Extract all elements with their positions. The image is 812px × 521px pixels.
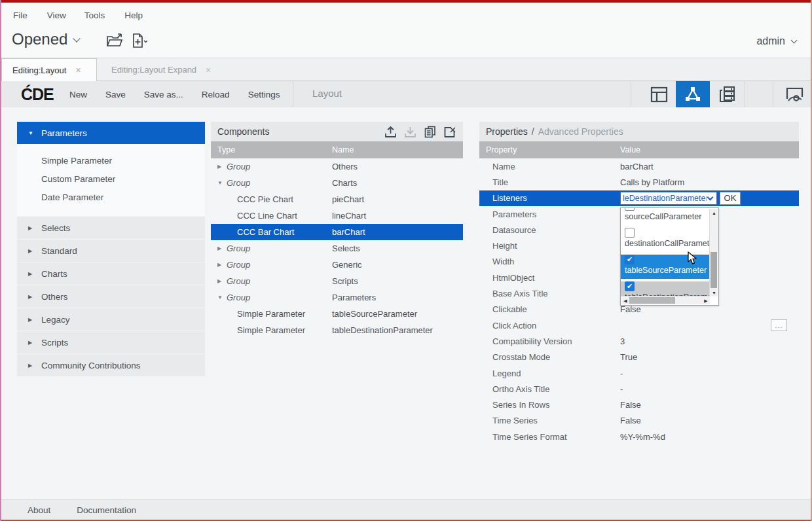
- move-up-button[interactable]: [384, 125, 397, 139]
- scroll-down-icon[interactable]: ▼: [710, 289, 718, 296]
- layout-panel-icon: [650, 86, 668, 103]
- component-row-pie-chart[interactable]: CCC Pie Chart pieChart: [211, 191, 463, 207]
- accordion-section-parameters[interactable]: ▼ Parameters: [17, 122, 205, 144]
- properties-tab[interactable]: Properties: [486, 126, 528, 137]
- property-row-click-action[interactable]: Click Action ...: [479, 317, 799, 333]
- caret-right-icon: ▶: [217, 262, 227, 268]
- datasources-view-button[interactable]: [710, 81, 745, 107]
- component-row-group-parameters[interactable]: ▼Group Parameters: [211, 289, 463, 306]
- properties-panel-header: Properties / Advanced Properties: [479, 122, 799, 141]
- checkbox-checked[interactable]: ✔: [625, 255, 635, 264]
- component-row-bar-chart[interactable]: CCC Bar Chart barChart: [211, 224, 463, 240]
- reload-button[interactable]: Reload: [202, 90, 230, 99]
- accordion-item-custom-parameter[interactable]: Custom Parameter: [17, 170, 205, 189]
- click-action-edit-button[interactable]: ...: [771, 319, 787, 331]
- accordion-section-scripts[interactable]: ▶ Scripts: [17, 331, 205, 353]
- component-row-group-others[interactable]: ▶Group Others: [211, 158, 463, 175]
- opened-dropdown[interactable]: Opened: [12, 30, 79, 48]
- scroll-right-icon[interactable]: ▶: [702, 296, 710, 305]
- component-row-table-source-parameter[interactable]: Simple Parameter tableSourceParameter: [211, 306, 463, 322]
- property-row-time-series[interactable]: Time Series False: [479, 413, 799, 429]
- accordion-section-others[interactable]: ▶ Others: [17, 285, 205, 308]
- accordion-section-legacy[interactable]: ▶ Legacy: [17, 308, 205, 331]
- advanced-properties-tab[interactable]: Advanced Properties: [538, 126, 623, 137]
- scroll-up-icon[interactable]: ▲: [710, 209, 718, 217]
- new-button[interactable]: New: [69, 90, 87, 99]
- popup-vertical-scrollbar[interactable]: ▲ ▼: [709, 209, 718, 296]
- preview-button[interactable]: [776, 81, 810, 107]
- scroll-left-icon[interactable]: ◀: [621, 296, 629, 305]
- user-menu[interactable]: admin: [756, 35, 796, 47]
- cde-editor-window: File View Tools Help Opened: [0, 0, 812, 521]
- close-icon[interactable]: ×: [75, 65, 81, 75]
- menu-item-view[interactable]: View: [47, 8, 66, 23]
- about-link[interactable]: About: [28, 505, 50, 515]
- horizontal-scroll-thumb[interactable]: [629, 297, 675, 304]
- vertical-scroll-thumb[interactable]: [710, 252, 717, 288]
- close-icon[interactable]: ×: [206, 65, 211, 75]
- divider: [773, 81, 773, 107]
- accordion-item-date-parameter[interactable]: Date Parameter: [17, 189, 205, 207]
- delete-button[interactable]: [443, 125, 456, 139]
- component-row-table-destination-parameter[interactable]: Simple Parameter tableDestinationParamet…: [211, 322, 463, 338]
- documentation-link[interactable]: Documentation: [77, 505, 136, 515]
- properties-table-header: Property Value: [479, 141, 799, 158]
- save-button[interactable]: Save: [105, 90, 126, 99]
- settings-button[interactable]: Settings: [248, 90, 280, 99]
- menu-item-tools[interactable]: Tools: [84, 8, 105, 23]
- caret-down-icon: ▼: [217, 180, 227, 186]
- caret-right-icon: ▶: [28, 248, 41, 254]
- property-row-series-in-rows[interactable]: Series In Rows False: [479, 397, 799, 412]
- property-row-title[interactable]: Title Calls by Platform: [479, 174, 799, 190]
- checkbox-unchecked[interactable]: [625, 228, 635, 238]
- caret-right-icon: ▶: [28, 340, 41, 346]
- caret-right-icon: ▶: [28, 294, 41, 300]
- accordion-section-selects[interactable]: ▶ Selects: [17, 217, 205, 239]
- open-file-button[interactable]: [106, 33, 124, 48]
- accordion-section-community-contributions[interactable]: ▶ Community Contributions: [17, 354, 205, 376]
- panel-title: Layout: [312, 88, 342, 99]
- property-row-crosstab-mode[interactable]: Crosstab Mode True: [479, 350, 799, 365]
- select-chevron-icon: [707, 194, 714, 200]
- duplicate-button[interactable]: [423, 125, 437, 139]
- property-row-name[interactable]: Name barChart: [479, 158, 799, 174]
- component-row-group-scripts[interactable]: ▶Group Scripts: [211, 273, 463, 289]
- toolbar-actions: New Save Save as... Reload Settings: [69, 81, 280, 107]
- listeners-select[interactable]: leDestinationParameter: [620, 192, 717, 205]
- component-row-group-charts[interactable]: ▼Group Charts: [211, 175, 463, 191]
- property-row-listeners[interactable]: Listeners leDestinationParameter OK: [479, 190, 799, 206]
- new-file-button[interactable]: [132, 33, 147, 49]
- caret-down-icon: ▼: [217, 295, 227, 300]
- accordion-item-simple-parameter[interactable]: Simple Parameter: [17, 152, 205, 170]
- listener-option-destination-call-parameter[interactable]: destinationCallParameter: [621, 228, 710, 252]
- component-category-accordion: ▼ Parameters Simple Parameter Custom Par…: [17, 122, 205, 376]
- component-row-group-selects[interactable]: ▶Group Selects: [211, 240, 463, 257]
- tab-editing-layout[interactable]: Editing:Layout ×: [1, 58, 97, 81]
- components-panel: Components: [211, 122, 463, 338]
- layout-view-button[interactable]: [642, 81, 676, 107]
- listener-option-source-call-parameter[interactable]: sourceCallParameter: [621, 208, 710, 225]
- property-row-legend[interactable]: Legend -: [479, 365, 799, 381]
- accordion-section-standard[interactable]: ▶ Standard: [17, 240, 205, 262]
- listeners-ok-button[interactable]: OK: [720, 192, 741, 205]
- accordion-section-charts[interactable]: ▶ Charts: [17, 262, 205, 285]
- property-row-ortho-axis-title[interactable]: Ortho Axis Title -: [479, 381, 799, 397]
- menu-item-help[interactable]: Help: [124, 8, 143, 23]
- property-row-compatibility-version[interactable]: Compatibility Version 3: [479, 333, 799, 349]
- components-tree-icon: [684, 85, 702, 103]
- property-row-time-series-format[interactable]: Time Series Format %Y-%m-%d: [479, 429, 799, 444]
- menu-item-file[interactable]: File: [13, 8, 28, 23]
- footer-bar: About Documentation: [1, 499, 811, 520]
- caret-down-icon: ▼: [28, 130, 41, 136]
- save-as-button[interactable]: Save as...: [144, 90, 183, 99]
- components-table-header: Type Name: [211, 141, 463, 158]
- tab-editing-layout-expand[interactable]: Editing:Layout Expand ×: [101, 58, 229, 81]
- component-row-line-chart[interactable]: CCC Line Chart lineChart: [211, 207, 463, 224]
- checkbox-unchecked[interactable]: [625, 208, 635, 211]
- components-view-button[interactable]: [676, 81, 710, 107]
- move-down-button[interactable]: [403, 125, 417, 139]
- popup-horizontal-scrollbar[interactable]: ◀ ▶: [621, 296, 710, 304]
- component-row-group-generic[interactable]: ▶Group Generic: [211, 257, 463, 273]
- listener-option-table-destination-parameter[interactable]: ✔ tableDestinationParameter: [621, 281, 710, 296]
- checkbox-checked[interactable]: ✔: [625, 281, 635, 291]
